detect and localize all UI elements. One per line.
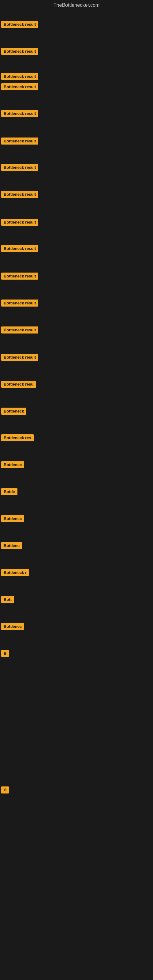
- bottleneck-item: Bottlenec: [1, 623, 24, 631]
- bottleneck-badge: Bottlenec: [1, 461, 24, 468]
- bottleneck-badge: B: [1, 650, 9, 657]
- bottleneck-badge: Bottleneck res: [1, 434, 33, 441]
- bottleneck-item: Bottleneck result: [1, 191, 38, 199]
- bottleneck-badge: Bottleneck result: [1, 191, 38, 198]
- bottleneck-item: Bottle: [1, 488, 18, 496]
- bottleneck-badge: Bottlenec: [1, 515, 24, 522]
- items-wrapper: Bottleneck resultBottleneck resultBottle…: [0, 12, 153, 979]
- bottleneck-badge: Bottleneck result: [1, 73, 38, 80]
- bottleneck-badge: Bottleneck result: [1, 137, 38, 145]
- bottleneck-item: Bottleneck result: [1, 272, 38, 281]
- bottleneck-badge: Bottleneck result: [1, 354, 38, 361]
- bottleneck-badge: Bottlene: [1, 542, 22, 549]
- bottleneck-item: Bottleneck result: [1, 326, 38, 335]
- site-title: TheBottlenecker.com: [0, 0, 153, 12]
- bottleneck-badge: Bottleneck result: [1, 272, 38, 280]
- bottleneck-badge: Bottleneck result: [1, 219, 38, 226]
- page-container: TheBottlenecker.com Bottleneck resultBot…: [0, 0, 153, 980]
- bottleneck-badge: Bott: [1, 596, 14, 603]
- bottleneck-badge: Bottlenec: [1, 623, 24, 630]
- bottleneck-item: Bottleneck result: [1, 21, 38, 29]
- bottleneck-badge: Bottleneck result: [1, 245, 38, 252]
- bottleneck-badge: Bottleneck result: [1, 83, 38, 90]
- bottleneck-badge: Bottleneck result: [1, 48, 38, 55]
- bottleneck-item: Bottleneck result: [1, 245, 38, 253]
- bottleneck-item: Bottleneck result: [1, 73, 38, 81]
- bottleneck-item: Bottleneck result: [1, 137, 38, 146]
- bottleneck-item: Bottlenec: [1, 461, 24, 469]
- bottleneck-badge: Bottleneck result: [1, 164, 38, 171]
- bottleneck-item: Bottleneck result: [1, 354, 38, 362]
- bottleneck-item: Bottleneck result: [1, 48, 38, 56]
- bottleneck-badge: Bottleneck result: [1, 299, 38, 307]
- bottleneck-badge: Bottleneck resu: [1, 381, 36, 388]
- bottleneck-item: Bott: [1, 596, 14, 604]
- bottleneck-badge: Bottleneck r: [1, 569, 29, 576]
- bottleneck-badge: Bottleneck result: [1, 326, 38, 334]
- bottleneck-item: Bottleneck result: [1, 219, 38, 227]
- bottleneck-badge: Bottleneck result: [1, 21, 38, 28]
- bottleneck-item: B: [1, 650, 9, 658]
- bottleneck-badge: Bottleneck result: [1, 110, 38, 117]
- bottleneck-item: Bottleneck result: [1, 299, 38, 308]
- bottleneck-item: B: [1, 786, 9, 795]
- bottleneck-item: Bottlenec: [1, 515, 24, 523]
- bottleneck-item: Bottleneck: [1, 407, 26, 416]
- bottleneck-item: Bottleneck result: [1, 83, 38, 92]
- bottleneck-item: Bottleneck resu: [1, 381, 36, 389]
- bottleneck-item: Bottlene: [1, 542, 22, 550]
- bottleneck-item: Bottleneck result: [1, 164, 38, 172]
- bottleneck-badge: Bottleneck: [1, 407, 26, 415]
- bottleneck-item: Bottleneck r: [1, 569, 29, 577]
- bottleneck-badge: Bottle: [1, 488, 18, 495]
- bottleneck-badge: B: [1, 786, 9, 794]
- bottleneck-item: Bottleneck res: [1, 434, 33, 442]
- bottleneck-item: Bottleneck result: [1, 110, 38, 118]
